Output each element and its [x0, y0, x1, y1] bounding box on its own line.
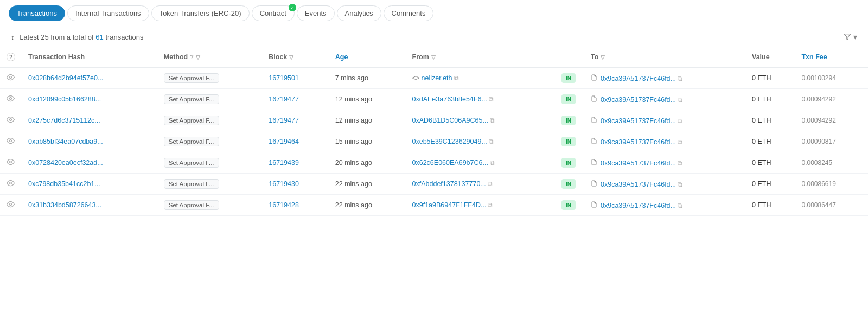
to-address-link[interactable]: 0x9ca39A51737Fc46fd... [601, 159, 676, 167]
method-filter-icon[interactable]: ▽ [196, 54, 200, 60]
filter-icon[interactable]: ▾ [844, 33, 857, 41]
eye-icon[interactable] [7, 180, 15, 189]
copy-from-icon[interactable]: ⧉ [454, 74, 459, 82]
from-filter-icon[interactable]: ▽ [431, 54, 436, 60]
tabs-bar: TransactionsInternal TransactionsToken T… [0, 0, 868, 27]
tab-internal-transactions[interactable]: Internal Transactions [67, 5, 149, 21]
copy-from-icon[interactable]: ⧉ [490, 159, 495, 167]
age-text: 12 mins ago [335, 95, 372, 103]
to-doc-icon [591, 181, 599, 188]
tab-contract[interactable]: Contract✓ [252, 5, 295, 21]
to-filter-icon[interactable]: ▽ [601, 54, 605, 60]
svg-point-1 [10, 76, 12, 79]
contract-icon: <> [412, 74, 420, 82]
block-link[interactable]: 16719439 [269, 159, 299, 167]
block-link[interactable]: 16719477 [269, 117, 299, 124]
transactions-table: ? Transaction Hash Method?▽ Block▽ Age F… [0, 47, 868, 216]
from-address-link[interactable]: 0xAD6B1D5C06A9C65... [412, 117, 488, 124]
copy-to-icon[interactable]: ⧉ [678, 96, 682, 104]
svg-marker-0 [844, 34, 851, 40]
tab-transactions[interactable]: Transactions [9, 5, 65, 21]
to-address-link[interactable]: 0x9ca39A51737Fc46fd... [601, 117, 676, 125]
to-address-link[interactable]: 0x9ca39A51737Fc46fd... [601, 181, 676, 188]
tx-hash-link[interactable]: 0xc798db35b41cc2b1... [28, 180, 100, 188]
copy-from-icon[interactable]: ⧉ [489, 95, 494, 103]
from-address-link[interactable]: 0x9f1a9B6947F1FF4D... [412, 201, 487, 209]
copy-to-icon[interactable]: ⧉ [678, 202, 682, 209]
direction-badge: IN [561, 158, 576, 168]
value-text: 0 ETH [752, 138, 771, 145]
contract-verified-badge: ✓ [289, 4, 296, 11]
summary-suffix: transactions [105, 33, 143, 41]
method-help-icon[interactable]: ? [190, 54, 194, 60]
from-address-link[interactable]: 0xfAbddef1378137770... [412, 180, 486, 188]
to-address-link[interactable]: 0x9ca39A51737Fc46fd... [601, 202, 676, 209]
summary-bar: ↕ Latest 25 from a total of 61 transacti… [0, 27, 868, 47]
block-link[interactable]: 16719477 [269, 95, 299, 103]
to-address-link[interactable]: 0x9ca39A51737Fc46fd... [601, 138, 676, 146]
block-link[interactable]: 16719428 [269, 201, 299, 209]
copy-from-icon[interactable]: ⧉ [490, 117, 495, 124]
copy-from-icon[interactable]: ⧉ [488, 201, 493, 209]
copy-from-icon[interactable]: ⧉ [489, 138, 494, 145]
block-link[interactable]: 16719501 [269, 74, 299, 82]
svg-point-4 [10, 140, 12, 142]
summary-count: 61 [95, 33, 103, 41]
eye-icon[interactable] [7, 117, 15, 125]
tx-hash-link[interactable]: 0x275c7d6c3715112c... [28, 117, 100, 124]
txnfee-text: 0.00094292 [801, 95, 835, 103]
block-link[interactable]: 16719464 [269, 138, 299, 145]
age-text: 12 mins ago [335, 117, 372, 124]
tx-hash-link[interactable]: 0x31b334bd58726643... [28, 201, 101, 209]
eye-icon[interactable] [7, 201, 15, 210]
age-text: 22 mins ago [335, 201, 372, 209]
eye-icon[interactable] [7, 74, 15, 83]
from-address-link[interactable]: neilzer.eth [422, 74, 452, 82]
from-address-link[interactable]: 0xeb5E39C123629049... [412, 138, 487, 145]
eye-icon[interactable] [7, 159, 15, 168]
tx-hash-link[interactable]: 0x0728420ea0ecf32ad... [28, 159, 103, 167]
block-link[interactable]: 16719430 [269, 180, 299, 188]
table-row: 0xd12099c05b166288...Set Approval F...16… [0, 89, 868, 110]
from-address-link[interactable]: 0xdAEe3a763b8e54F6... [412, 95, 487, 103]
tx-hash-link[interactable]: 0xab85bf34ea07cdba9... [28, 138, 103, 145]
tab-analytics[interactable]: Analytics [337, 5, 381, 21]
copy-to-icon[interactable]: ⧉ [678, 117, 682, 125]
copy-to-icon[interactable]: ⧉ [678, 181, 682, 188]
method-badge: Set Approval F... [164, 94, 219, 104]
method-badge: Set Approval F... [164, 116, 219, 125]
table-row: 0xab85bf34ea07cdba9...Set Approval F...1… [0, 131, 868, 152]
to-address-link[interactable]: 0x9ca39A51737Fc46fd... [601, 75, 676, 82]
txnfee-text: 0.00094292 [801, 117, 835, 124]
copy-from-icon[interactable]: ⧉ [488, 180, 493, 188]
block-col-header: Block [269, 53, 287, 61]
block-filter-icon[interactable]: ▽ [289, 54, 293, 60]
to-doc-icon [591, 97, 599, 103]
to-doc-icon [591, 202, 599, 209]
eye-icon[interactable] [7, 138, 15, 146]
value-text: 0 ETH [752, 117, 771, 124]
copy-to-icon[interactable]: ⧉ [678, 75, 682, 82]
txnfee-text: 0.00100294 [801, 74, 835, 82]
to-col-header: To [591, 53, 598, 61]
copy-to-icon[interactable]: ⧉ [678, 138, 682, 146]
eye-icon[interactable] [7, 95, 15, 104]
copy-to-icon[interactable]: ⧉ [678, 159, 682, 167]
txhash-col-header: Transaction Hash [28, 53, 85, 61]
from-address-link[interactable]: 0x62c6E060EA69b7C6... [412, 159, 488, 167]
age-text: 15 mins ago [335, 138, 372, 145]
to-address-link[interactable]: 0x9ca39A51737Fc46fd... [601, 96, 676, 104]
value-text: 0 ETH [752, 180, 771, 188]
direction-badge: IN [561, 73, 576, 83]
txnfee-text: 0.00090817 [801, 138, 835, 145]
table-row: 0x31b334bd58726643...Set Approval F...16… [0, 195, 868, 216]
method-badge: Set Approval F... [164, 73, 219, 83]
tab-token-transfers[interactable]: Token Transfers (ERC-20) [151, 5, 250, 21]
tab-comments[interactable]: Comments [384, 5, 434, 21]
tx-hash-link[interactable]: 0xd12099c05b166288... [28, 95, 101, 103]
tab-events[interactable]: Events [297, 5, 335, 21]
tx-hash-link[interactable]: 0x028b64d2b94ef57e0... [28, 74, 103, 82]
direction-badge: IN [561, 179, 576, 189]
age-text: 22 mins ago [335, 180, 372, 188]
direction-badge: IN [561, 94, 576, 104]
